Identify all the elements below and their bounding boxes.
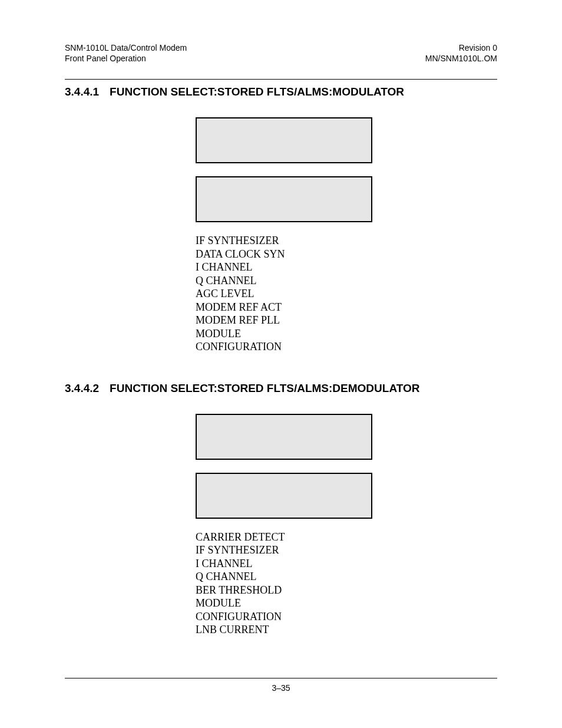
page-footer: 3–35 [65, 678, 497, 693]
section-modulator: 3.4.4.1 FUNCTION SELECT:STORED FLTS/ALMS… [65, 85, 497, 354]
display-box [196, 473, 372, 519]
list-item: CONFIGURATION [196, 610, 497, 624]
section-heading: 3.4.4.2 FUNCTION SELECT:STORED FLTS/ALMS… [65, 382, 497, 395]
header-product: SNM-1010L Data/Control Modem [65, 42, 187, 53]
section-number: 3.4.4.1 [65, 85, 99, 98]
list-item: MODEM REF ACT [196, 301, 497, 314]
list-item: MODEM REF PLL [196, 314, 497, 327]
demodulator-item-list: CARRIER DETECT IF SYNTHESIZER I CHANNEL … [196, 531, 497, 637]
header-rule [65, 79, 497, 80]
page-header: SNM-1010L Data/Control Modem Front Panel… [65, 42, 497, 64]
list-item: Q CHANNEL [196, 570, 497, 584]
list-item: MODULE [196, 327, 497, 341]
list-item: IF SYNTHESIZER [196, 234, 497, 248]
modulator-item-list: IF SYNTHESIZER DATA CLOCK SYN I CHANNEL … [196, 234, 497, 354]
list-item: CARRIER DETECT [196, 531, 497, 544]
list-item: I CHANNEL [196, 557, 497, 571]
list-item: MODULE [196, 597, 497, 610]
list-item: IF SYNTHESIZER [196, 543, 497, 557]
page-number: 3–35 [65, 683, 497, 693]
display-boxes [196, 414, 497, 519]
header-subtitle: Front Panel Operation [65, 53, 187, 64]
display-box [196, 176, 372, 222]
display-box [196, 414, 372, 460]
section-number: 3.4.4.2 [65, 382, 99, 395]
list-item: AGC LEVEL [196, 287, 497, 301]
section-title: FUNCTION SELECT:STORED FLTS/ALMS:DEMODUL… [110, 382, 419, 395]
header-revision: Revision 0 [425, 42, 497, 53]
section-heading: 3.4.4.1 FUNCTION SELECT:STORED FLTS/ALMS… [65, 85, 497, 98]
list-item: CONFIGURATION [196, 340, 497, 354]
list-item: LNB CURRENT [196, 623, 497, 637]
header-right: Revision 0 MN/SNM1010L.OM [425, 42, 497, 64]
section-demodulator: 3.4.4.2 FUNCTION SELECT:STORED FLTS/ALMS… [65, 382, 497, 637]
list-item: DATA CLOCK SYN [196, 248, 497, 261]
list-item: I CHANNEL [196, 261, 497, 274]
display-boxes [196, 117, 497, 222]
list-item: BER THRESHOLD [196, 584, 497, 597]
list-item: Q CHANNEL [196, 274, 497, 288]
footer-rule [65, 678, 497, 678]
header-left: SNM-1010L Data/Control Modem Front Panel… [65, 42, 187, 64]
section-title: FUNCTION SELECT:STORED FLTS/ALMS:MODULAT… [110, 85, 404, 98]
header-doc-number: MN/SNM1010L.OM [425, 53, 497, 64]
display-box [196, 117, 372, 163]
